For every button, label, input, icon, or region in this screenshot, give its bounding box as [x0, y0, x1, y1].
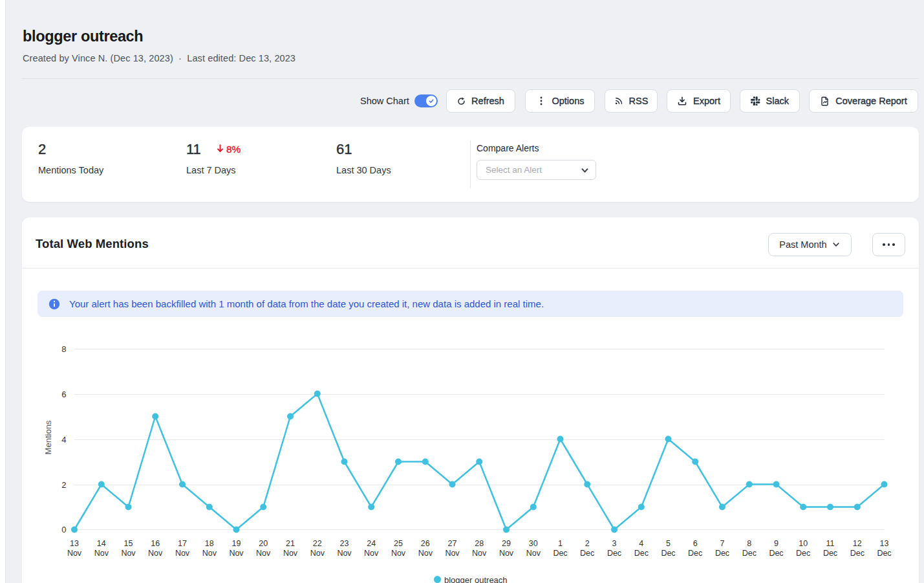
svg-text:Dec: Dec	[715, 549, 729, 558]
svg-text:Nov: Nov	[229, 549, 244, 558]
svg-text:Dec: Dec	[661, 549, 675, 558]
svg-text:Dec: Dec	[850, 549, 865, 558]
svg-text:Nov: Nov	[526, 549, 541, 558]
svg-text:22: 22	[313, 539, 322, 548]
svg-text:Dec: Dec	[607, 549, 621, 558]
svg-text:Nov: Nov	[121, 549, 136, 558]
svg-text:20: 20	[259, 539, 268, 548]
svg-text:21: 21	[286, 539, 295, 548]
svg-text:18: 18	[205, 539, 214, 548]
svg-text:Dec: Dec	[553, 549, 567, 558]
svg-text:Nov: Nov	[175, 549, 190, 558]
svg-text:4: 4	[639, 539, 643, 548]
svg-text:Nov: Nov	[445, 549, 460, 558]
svg-text:10: 10	[799, 539, 808, 548]
svg-text:Dec: Dec	[877, 549, 891, 558]
svg-text:17: 17	[178, 539, 187, 548]
svg-text:Nov: Nov	[499, 549, 514, 558]
svg-text:9: 9	[774, 539, 779, 548]
svg-text:23: 23	[340, 539, 349, 548]
svg-text:8: 8	[61, 344, 66, 354]
svg-text:25: 25	[394, 539, 403, 548]
svg-text:14: 14	[97, 539, 106, 548]
svg-text:Nov: Nov	[391, 549, 406, 558]
svg-text:Dec: Dec	[580, 549, 594, 558]
svg-text:Dec: Dec	[769, 549, 783, 558]
svg-text:7: 7	[720, 539, 725, 548]
svg-text:16: 16	[151, 539, 160, 548]
svg-text:Nov: Nov	[310, 549, 325, 558]
svg-text:Dec: Dec	[688, 549, 702, 558]
svg-text:5: 5	[666, 539, 671, 548]
svg-text:15: 15	[124, 539, 133, 548]
svg-text:4: 4	[61, 435, 66, 445]
svg-text:blogger outreach: blogger outreach	[444, 575, 508, 583]
svg-text:Nov: Nov	[256, 549, 271, 558]
svg-text:1: 1	[558, 539, 563, 548]
svg-text:27: 27	[448, 539, 457, 548]
svg-text:Mentions: Mentions	[43, 420, 53, 454]
svg-text:19: 19	[232, 539, 241, 548]
svg-text:2: 2	[61, 480, 66, 490]
svg-text:Nov: Nov	[148, 549, 163, 558]
svg-text:12: 12	[853, 539, 862, 548]
svg-text:Dec: Dec	[823, 549, 837, 558]
svg-text:Dec: Dec	[634, 549, 649, 558]
svg-text:13: 13	[70, 539, 79, 548]
svg-text:Nov: Nov	[472, 549, 487, 558]
svg-text:Dec: Dec	[742, 549, 757, 558]
svg-text:Nov: Nov	[418, 549, 433, 558]
svg-text:Nov: Nov	[283, 549, 298, 558]
svg-text:28: 28	[475, 539, 484, 548]
svg-text:29: 29	[502, 539, 511, 548]
svg-text:11: 11	[826, 539, 835, 548]
svg-text:Nov: Nov	[364, 549, 379, 558]
svg-text:6: 6	[693, 539, 698, 548]
svg-text:Nov: Nov	[67, 549, 82, 558]
svg-text:3: 3	[612, 539, 617, 548]
svg-text:Nov: Nov	[202, 549, 217, 558]
svg-text:30: 30	[529, 539, 538, 548]
svg-text:8: 8	[747, 539, 751, 548]
svg-text:Nov: Nov	[94, 549, 109, 558]
svg-text:2: 2	[585, 539, 590, 548]
svg-text:Nov: Nov	[337, 549, 352, 558]
svg-text:24: 24	[367, 539, 376, 548]
svg-text:13: 13	[880, 539, 889, 548]
svg-text:26: 26	[421, 539, 430, 548]
svg-text:0: 0	[61, 525, 66, 534]
svg-text:6: 6	[61, 390, 66, 399]
svg-text:Dec: Dec	[796, 549, 810, 558]
